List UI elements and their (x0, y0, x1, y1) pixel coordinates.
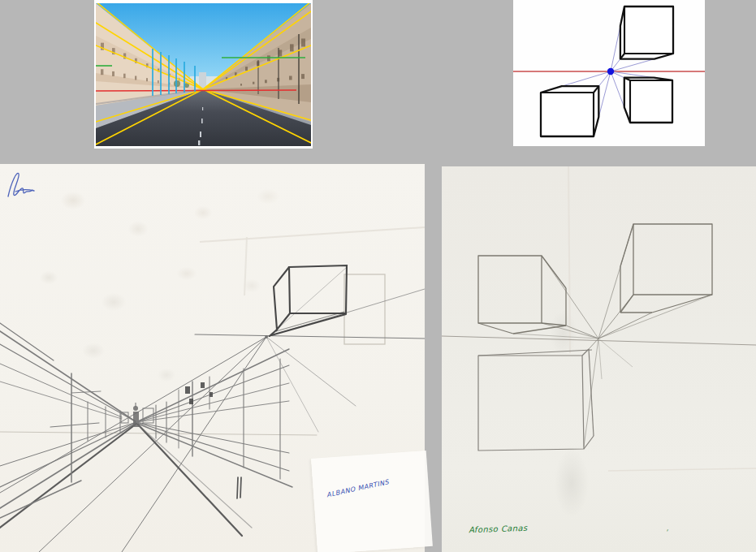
signature-paper-patch (311, 451, 433, 552)
perspective-diagram (513, 0, 705, 146)
street-photo-panel (94, 0, 313, 149)
cube-upper-left (478, 256, 566, 334)
street-photo-image (96, 3, 311, 146)
cube-upper-right (620, 224, 712, 313)
cube-bottom-right (624, 78, 672, 123)
signature-scribble (0, 164, 42, 203)
erased-ghost-square (344, 274, 385, 344)
paper-creases (568, 166, 756, 471)
perspective-collage-canvas: ALBANO MARTINS (0, 0, 756, 552)
cube-top-right (620, 6, 673, 59)
cubes-sketch-drawing (442, 166, 756, 552)
street-center-tower (121, 402, 166, 442)
street-right-building (136, 349, 292, 536)
cube-lower-left (478, 349, 594, 451)
street-sketch-panel: ALBANO MARTINS (0, 164, 425, 552)
photo-tree (174, 80, 180, 87)
red-horizon-line (96, 90, 296, 91)
cube-bottom-left (541, 86, 598, 136)
vanishing-point-dot (607, 68, 614, 75)
paper-creases (200, 227, 425, 295)
perspective-diagram-panel (513, 0, 705, 146)
sketched-cube (270, 265, 347, 336)
street-left-building (0, 323, 136, 528)
cubes-sketch-panel: Afonso Canas ʹ (442, 166, 756, 552)
